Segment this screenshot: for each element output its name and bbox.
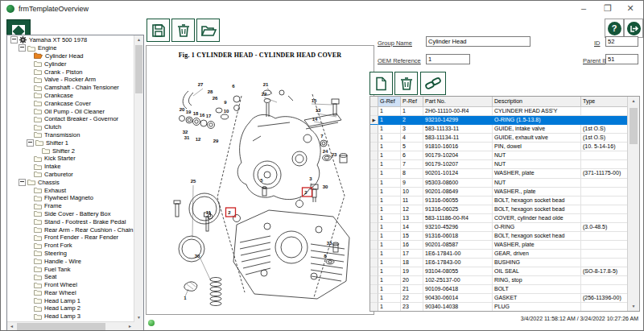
diagram-callout[interactable]: 29 — [213, 139, 219, 143]
diagram-callout[interactable]: 23 — [332, 152, 337, 157]
tree-item-engine[interactable]: Engine — [8, 44, 134, 52]
row-selector[interactable] — [370, 125, 378, 134]
grid-vertical-scrollbar[interactable]: ▲ ▼ — [627, 97, 639, 311]
tree-item-chassis[interactable]: Chassis — [8, 178, 134, 186]
diagram-callout[interactable]: 11 — [206, 210, 212, 215]
tree-vscroll-thumb[interactable] — [135, 45, 142, 93]
tree-item-stand-footrest-brake-pedal[interactable]: Stand - Footrest - Brake Pedal — [8, 217, 134, 225]
row-selector[interactable] — [370, 205, 378, 214]
row-selector[interactable] — [370, 259, 378, 267]
tree-item-transmission[interactable]: Transmission — [8, 131, 134, 139]
row-selector[interactable] — [370, 250, 378, 259]
scroll-up-icon[interactable]: ▲ — [134, 35, 143, 44]
table-row[interactable]: 1181E6-17843-00BUSHING — [370, 259, 639, 267]
save-button[interactable] — [147, 19, 170, 42]
table-row[interactable]: 11090201-08649WASHER., plate — [370, 188, 639, 197]
tree-item-camshaft-chain-tensioner[interactable]: Camshaft - Chain Tensioner — [8, 84, 134, 92]
table-row[interactable]: 11291316-06025BOLT, hexagon socket bead — [370, 205, 639, 214]
diagram-callout[interactable]: 25 — [191, 179, 196, 184]
tree-item-shifter-1[interactable]: Shifter 1 — [8, 139, 134, 147]
tree-item-flywheel-magneto[interactable]: Flywheel Magneto — [8, 194, 134, 202]
maximize-button[interactable]: ❐ — [597, 1, 619, 17]
row-selector[interactable] — [370, 276, 378, 285]
tree-item-cylinder-head[interactable]: Cylinder Head — [8, 52, 134, 60]
tree-expander-icon[interactable] — [10, 36, 18, 43]
tree-item-yamaha-xt-500-1978[interactable]: Yamaha XT 500 1978 — [8, 36, 134, 44]
table-row[interactable]: 12190109-06418BOLT — [370, 285, 639, 294]
diagram-callout[interactable]: 3 — [309, 176, 312, 181]
tree-item-head-lamp-3[interactable]: Head Lamp 3 — [8, 312, 134, 321]
row-selector[interactable] — [370, 160, 378, 169]
row-selector[interactable] — [370, 223, 378, 232]
table-row[interactable]: 120102-25137-00RING, stop — [370, 276, 639, 285]
tree-expander-icon[interactable] — [19, 179, 26, 186]
tree-item-steering[interactable]: Steering — [8, 250, 134, 258]
tree-item-oil-pump-oil-cleaner[interactable]: Oil Pump - Oil Cleaner — [8, 107, 134, 115]
diagram-callout[interactable]: 33 — [327, 241, 332, 246]
table-row[interactable]: ▶1293210-14299O-RING (1.5-13.8) — [370, 116, 639, 125]
diagram-callout[interactable]: 15 — [312, 98, 317, 103]
tree-item-front-wheel[interactable]: Front Wheel — [8, 281, 134, 289]
row-selector[interactable] — [370, 303, 378, 312]
tree-item-kick-starter[interactable]: Kick Starter — [8, 155, 134, 163]
row-selector[interactable]: ▶ — [370, 116, 378, 125]
tree-item-clutch[interactable]: Clutch — [8, 123, 134, 131]
tree-item-head-lamp-1[interactable]: Head Lamp 1 — [8, 296, 134, 304]
column-header-part-no-[interactable]: Part No. — [423, 97, 493, 107]
column-header-g-ref[interactable]: G-Ref — [378, 97, 401, 107]
open-button[interactable] — [196, 19, 220, 42]
diagram-callout[interactable]: 31 — [184, 135, 190, 140]
help-button[interactable]: ? — [605, 19, 624, 38]
delete-button[interactable] — [171, 19, 195, 42]
scroll-down-icon[interactable]: ▼ — [134, 313, 143, 322]
tree-horizontal-scrollbar[interactable]: ◄ ► — [7, 321, 134, 331]
column-header-type[interactable]: Type — [581, 97, 629, 107]
row-selector[interactable] — [370, 169, 378, 178]
minimize-button[interactable]: – — [572, 1, 595, 17]
tree-expander-icon[interactable] — [19, 44, 26, 52]
diagram-callout[interactable]: 32 — [183, 130, 188, 134]
diagram-callout[interactable]: 5 — [260, 178, 263, 183]
new-part-button[interactable] — [369, 72, 393, 95]
table-row[interactable]: 11690201-08587WASHER, plate — [370, 241, 639, 250]
column-header-p-ref[interactable]: P-Ref — [401, 97, 423, 107]
diagram-callout[interactable]: 30 — [323, 184, 328, 189]
table-row[interactable]: 11191316-06055BOLT, hexagon socket bead — [370, 197, 639, 205]
row-selector[interactable] — [370, 151, 378, 160]
row-selector[interactable] — [370, 285, 378, 294]
tree-item-rear-wheel[interactable]: Rear Wheel — [8, 289, 134, 297]
diagram-callout[interactable]: 1 — [184, 296, 187, 300]
tree-item-handle-wire[interactable]: Handle - Wire — [8, 257, 134, 265]
table-row[interactable]: 13583-11133-11GUIDE, intake valve(1st O.… — [370, 125, 639, 134]
table-row[interactable]: 1171E6-17841-00GEAR, driven — [370, 250, 639, 259]
group-name-input[interactable] — [426, 36, 530, 47]
table-row[interactable]: 113583-11186-00-R4COVER, cylinder head o… — [370, 214, 639, 223]
table-row[interactable]: 1995303-08600NUT — [370, 179, 639, 188]
tree-expander-icon[interactable] — [27, 139, 34, 147]
tree-item-shifter-2[interactable]: Shifter 2 — [8, 147, 134, 155]
delete-part-button[interactable] — [394, 72, 418, 95]
row-selector[interactable] — [370, 267, 378, 276]
tree-item-frame[interactable]: Frame — [8, 202, 134, 210]
table-row[interactable]: 112H0-11110-00-R4CYLINDER HEAD ASS'Y — [370, 107, 639, 116]
oem-reference-input[interactable] — [426, 54, 470, 64]
diagram-callout[interactable]: 10 — [224, 109, 229, 114]
diagram-callout[interactable]: 16 — [200, 113, 205, 118]
table-row[interactable]: 11591316-06018BOLT, hexagon socket head — [370, 232, 639, 241]
tree-item-fuel-tank[interactable]: Fuel Tank — [8, 265, 134, 273]
tree-item-head-lamp-2[interactable]: Head Lamp 2 — [8, 304, 134, 312]
scroll-left-icon[interactable]: ◄ — [7, 322, 16, 331]
row-selector[interactable] — [370, 134, 378, 143]
diagram-callout[interactable]: 14 — [312, 117, 318, 122]
tree-item-seat[interactable]: Seat — [8, 273, 134, 281]
scroll-down-icon[interactable]: ▼ — [628, 302, 639, 311]
column-header-description[interactable]: Description — [493, 97, 581, 107]
row-selector[interactable] — [370, 214, 378, 223]
tree-item-valve-rocker-arm[interactable]: Valve - Rocker Arm — [8, 76, 134, 84]
diagram-callout[interactable]: 13 — [316, 108, 321, 113]
grid-vscroll-thumb[interactable] — [630, 108, 638, 144]
diagram-callout[interactable]: 6 — [232, 84, 235, 89]
tree-item-crankcase[interactable]: Crankcase — [8, 92, 134, 100]
table-row[interactable]: 11993104-08055OIL SEAL(SO-8-17.8-5) — [370, 267, 639, 276]
row-selector[interactable] — [370, 107, 378, 116]
